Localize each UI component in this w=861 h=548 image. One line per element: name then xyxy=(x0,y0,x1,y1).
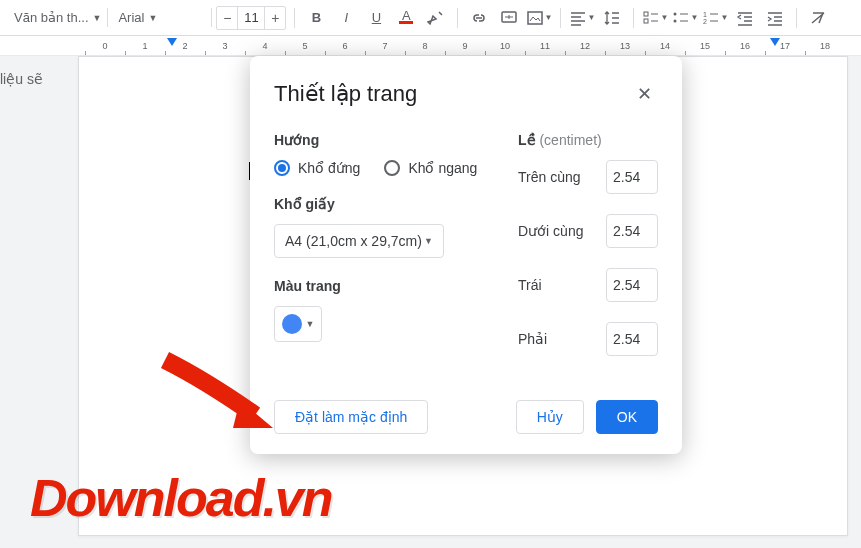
dialog-title: Thiết lập trang xyxy=(274,81,417,107)
style-select[interactable]: Văn bản th... ▼ xyxy=(8,8,108,27)
svg-rect-3 xyxy=(528,12,542,24)
separator xyxy=(633,8,634,28)
outdent-icon xyxy=(736,9,754,27)
highlighter-icon xyxy=(427,9,445,27)
italic-button[interactable]: I xyxy=(333,5,359,31)
ruler-tick: 14 xyxy=(645,36,685,55)
bold-button[interactable]: B xyxy=(303,5,329,31)
ruler-tick: 3 xyxy=(205,36,245,55)
ruler-tick: 11 xyxy=(525,36,565,55)
font-select-label: Arial xyxy=(118,10,144,25)
insert-comment-button[interactable] xyxy=(496,5,522,31)
separator xyxy=(796,8,797,28)
margin-left-input[interactable] xyxy=(606,268,658,302)
watermark: Download.vn xyxy=(30,468,332,528)
outline-text: liệu sẽ xyxy=(0,71,60,87)
chevron-down-icon: ▼ xyxy=(424,236,433,246)
ruler-tick: 16 xyxy=(725,36,765,55)
orientation-label: Hướng xyxy=(274,132,486,148)
image-icon xyxy=(526,9,544,27)
margin-right-input[interactable] xyxy=(606,322,658,356)
checklist-icon xyxy=(642,9,660,27)
comment-icon xyxy=(500,9,518,27)
underline-button[interactable]: U xyxy=(363,5,389,31)
margin-left-label: Trái xyxy=(518,277,542,293)
align-button[interactable]: ▼ xyxy=(569,5,595,31)
cancel-button[interactable]: Hủy xyxy=(516,400,584,434)
checklist-button[interactable]: ▼ xyxy=(642,5,668,31)
separator xyxy=(457,8,458,28)
svg-point-9 xyxy=(674,19,677,22)
separator xyxy=(294,8,295,28)
ruler-tick: 8 xyxy=(405,36,445,55)
highlight-button[interactable] xyxy=(423,5,449,31)
numbered-list-button[interactable]: 12 ▼ xyxy=(702,5,728,31)
ruler-tick: 10 xyxy=(485,36,525,55)
portrait-label: Khổ đứng xyxy=(298,160,360,176)
line-spacing-icon xyxy=(603,9,621,27)
page-setup-dialog: Thiết lập trang ✕ Hướng Khổ đứng Khổ nga… xyxy=(250,56,682,454)
chevron-down-icon: ▼ xyxy=(93,13,102,23)
ruler-tick: 7 xyxy=(365,36,405,55)
close-button[interactable]: ✕ xyxy=(630,80,658,108)
radio-unchecked-icon xyxy=(384,160,400,176)
set-default-button[interactable]: Đặt làm mặc định xyxy=(274,400,428,434)
insert-link-button[interactable] xyxy=(466,5,492,31)
style-select-label: Văn bản th... xyxy=(14,10,89,25)
svg-text:1: 1 xyxy=(703,11,707,18)
ruler-tick: 9 xyxy=(445,36,485,55)
paper-size-label: Khổ giấy xyxy=(274,196,486,212)
ruler-tick: 15 xyxy=(685,36,725,55)
ruler: 0123456789101112131415161718 xyxy=(0,36,861,56)
decrease-font-button[interactable]: − xyxy=(217,7,237,29)
margins-label: Lề (centimet) xyxy=(518,132,658,148)
svg-point-8 xyxy=(674,12,677,15)
bulleted-list-button[interactable]: ▼ xyxy=(672,5,698,31)
chevron-down-icon: ▼ xyxy=(306,319,315,329)
ruler-tick: 12 xyxy=(565,36,605,55)
svg-rect-5 xyxy=(644,19,648,23)
increase-indent-button[interactable] xyxy=(762,5,788,31)
page-color-select[interactable]: ▼ xyxy=(274,306,322,342)
svg-text:2: 2 xyxy=(703,18,707,25)
ruler-tick: 4 xyxy=(245,36,285,55)
orientation-landscape-radio[interactable]: Khổ ngang xyxy=(384,160,477,176)
clear-formatting-button[interactable] xyxy=(805,5,831,31)
line-spacing-button[interactable] xyxy=(599,5,625,31)
increase-font-button[interactable]: + xyxy=(265,7,285,29)
margin-top-label: Trên cùng xyxy=(518,169,581,185)
toolbar: Văn bản th... ▼ Arial ▼ − 11 + B I U A ▼… xyxy=(0,0,861,36)
ruler-marker-right[interactable] xyxy=(770,38,780,46)
landscape-label: Khổ ngang xyxy=(408,160,477,176)
orientation-portrait-radio[interactable]: Khổ đứng xyxy=(274,160,360,176)
separator xyxy=(560,8,561,28)
font-size-stepper: − 11 + xyxy=(216,6,286,30)
margin-right-label: Phải xyxy=(518,331,547,347)
ruler-tick: 6 xyxy=(325,36,365,55)
svg-rect-4 xyxy=(644,12,648,16)
margin-bottom-input[interactable] xyxy=(606,214,658,248)
font-size-value[interactable]: 11 xyxy=(237,7,265,29)
ruler-marker-left[interactable] xyxy=(167,38,177,46)
margin-bottom-label: Dưới cùng xyxy=(518,223,583,239)
link-icon xyxy=(470,9,488,27)
chevron-down-icon: ▼ xyxy=(148,13,157,23)
margin-top-input[interactable] xyxy=(606,160,658,194)
page-color-label: Màu trang xyxy=(274,278,486,294)
font-select[interactable]: Arial ▼ xyxy=(112,8,212,27)
radio-checked-icon xyxy=(274,160,290,176)
paper-size-select[interactable]: A4 (21,0cm x 29,7cm) ▼ xyxy=(274,224,444,258)
ruler-tick: 5 xyxy=(285,36,325,55)
align-left-icon xyxy=(569,9,587,27)
color-swatch-icon xyxy=(282,314,302,334)
bullet-list-icon xyxy=(672,9,690,27)
decrease-indent-button[interactable] xyxy=(732,5,758,31)
ruler-tick: 13 xyxy=(605,36,645,55)
ruler-tick: 0 xyxy=(85,36,125,55)
numbered-list-icon: 12 xyxy=(702,9,720,27)
text-color-button[interactable]: A xyxy=(393,5,419,31)
insert-image-button[interactable]: ▼ xyxy=(526,5,552,31)
ok-button[interactable]: OK xyxy=(596,400,658,434)
ruler-tick: 18 xyxy=(805,36,845,55)
clear-format-icon xyxy=(809,9,827,27)
